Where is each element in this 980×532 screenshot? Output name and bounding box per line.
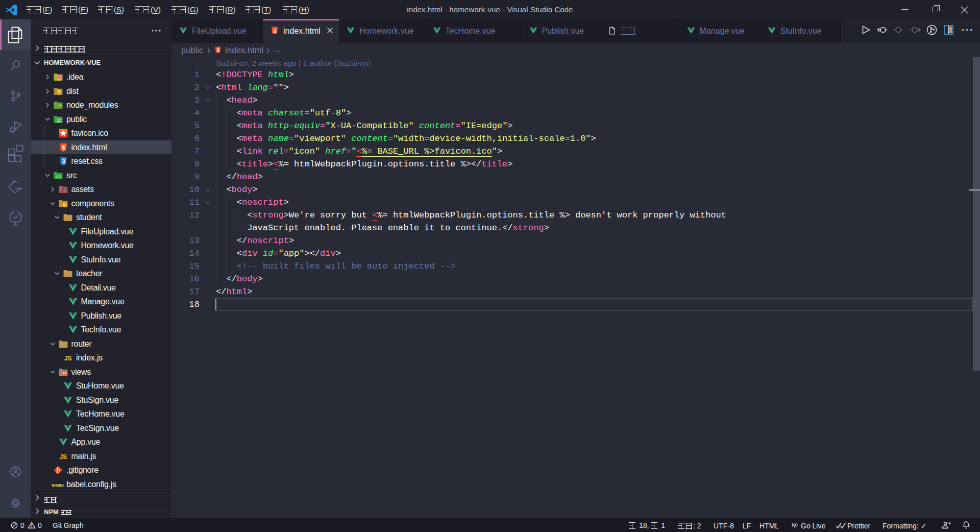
svg-text:BABEL: BABEL xyxy=(52,482,64,487)
svg-text:js: js xyxy=(58,105,61,108)
svg-text:JS: JS xyxy=(59,453,67,461)
svg-text:5: 5 xyxy=(61,144,64,151)
svg-text:5: 5 xyxy=(273,28,276,34)
svg-text:3: 3 xyxy=(61,158,64,164)
svg-text:<>: <> xyxy=(62,371,66,375)
svg-text:5: 5 xyxy=(217,47,219,53)
svg-text:JS: JS xyxy=(64,355,72,362)
